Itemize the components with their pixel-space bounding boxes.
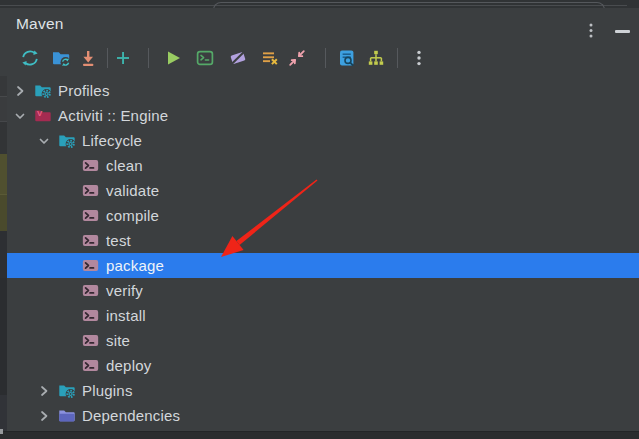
tree-item-validate[interactable]: validate [0, 178, 639, 203]
maven-goal-icon [82, 207, 99, 224]
more-options-button[interactable] [409, 48, 429, 68]
download-icon [78, 48, 98, 68]
generate-sources-button[interactable] [51, 48, 71, 68]
left-edge-stripe [0, 194, 7, 231]
download-sources-button[interactable] [78, 48, 98, 68]
more-kebab-icon [409, 48, 429, 68]
skip-tests-toggle[interactable] [228, 48, 248, 68]
tree-item-label: Plugins [82, 382, 133, 399]
filter-x-button[interactable] [260, 48, 280, 68]
maven-goal-icon [82, 157, 99, 174]
tree-item-label: Profiles [58, 82, 110, 99]
folder-gear-icon [34, 82, 51, 99]
tool-window-titlebar: Maven [0, 8, 639, 40]
tree-item-label: package [106, 257, 164, 274]
left-edge-stripe [0, 395, 7, 431]
tree-item-install[interactable]: install [0, 303, 639, 328]
tree-item-deploy[interactable]: deploy [0, 353, 639, 378]
ide-top-edge [0, 0, 639, 8]
refresh-icon [20, 48, 40, 68]
search-goal-button[interactable] [337, 48, 357, 68]
list-cross-icon [260, 48, 280, 68]
maven-goal-icon [82, 282, 99, 299]
folder-sync-icon [51, 48, 71, 68]
chevron-down-icon[interactable] [36, 133, 52, 149]
toolbar-separator [397, 48, 398, 68]
tree-item-label: clean [106, 157, 143, 174]
tree-item-clean[interactable]: clean [0, 153, 639, 178]
hide-tool-window-button[interactable] [613, 24, 633, 36]
tree-item-label: compile [106, 207, 159, 224]
collapse-all-button[interactable] [287, 48, 307, 68]
plus-icon [113, 48, 133, 68]
tree-item-dependencies[interactable]: Dependencies [0, 403, 639, 428]
tree-item-profiles[interactable]: Profiles [0, 78, 639, 103]
execute-goal-button[interactable] [195, 48, 215, 68]
toolbar-separator [325, 48, 326, 68]
maven-goal-icon [82, 307, 99, 324]
maven-project-tree: Profiles V Activiti :: Engine [0, 78, 639, 428]
tree-item-label: Activiti :: Engine [58, 107, 168, 124]
maven-goal-icon [82, 357, 99, 374]
tree-item-package[interactable]: package [0, 253, 639, 278]
tree-item-label: validate [106, 182, 159, 199]
bottom-edge [0, 431, 639, 439]
play-icon [163, 48, 183, 68]
maven-goal-icon [82, 182, 99, 199]
more-kebab-icon [583, 21, 599, 40]
tree-item-label: verify [106, 282, 143, 299]
reload-projects-button[interactable] [20, 48, 40, 68]
collapse-arrows-icon [287, 48, 307, 68]
tree-item-site[interactable]: site [0, 328, 639, 353]
left-edge-stripe [0, 96, 7, 121]
toolbar-separator [107, 48, 108, 68]
titlebar-options-button[interactable] [583, 21, 599, 40]
chevron-right-icon[interactable] [36, 408, 52, 424]
show-dependencies-button[interactable] [366, 48, 386, 68]
tree-item-plugins[interactable]: Plugins [0, 378, 639, 403]
tree-item-compile[interactable]: compile [0, 203, 639, 228]
tree-item-activiti-engine[interactable]: V Activiti :: Engine [0, 103, 639, 128]
chevron-right-icon[interactable] [36, 383, 52, 399]
add-maven-project-button[interactable] [113, 48, 133, 68]
left-edge-stripe [0, 121, 7, 154]
minimize-bar-icon [615, 30, 630, 33]
maven-goal-icon [82, 232, 99, 249]
search-document-icon [337, 48, 357, 68]
tree-item-lifecycle[interactable]: Lifecycle [0, 128, 639, 153]
tree-item-test[interactable]: test [0, 228, 639, 253]
toolbar-separator [148, 48, 149, 68]
tree-item-label: site [106, 332, 130, 349]
maven-toolbar [0, 40, 639, 76]
maven-goal-icon [82, 257, 99, 274]
maven-goal-icon [82, 332, 99, 349]
left-edge-stripe [0, 154, 7, 194]
folder-blue-icon [58, 407, 75, 424]
tree-item-verify[interactable]: verify [0, 278, 639, 303]
tree-item-label: Lifecycle [82, 132, 142, 149]
folder-gear-icon [58, 132, 75, 149]
bottom-left-notch [0, 429, 3, 434]
tool-window-title: Maven [16, 15, 64, 33]
maven-tool-window: Maven [0, 0, 639, 439]
left-edge-stripe [0, 76, 7, 96]
left-edge-stripe [0, 231, 7, 278]
tree-item-label: install [106, 307, 146, 324]
tree-item-label: test [106, 232, 131, 249]
hierarchy-icon [366, 48, 386, 68]
tree-item-label: Dependencies [82, 407, 180, 424]
folder-gear-icon [58, 382, 75, 399]
chevron-right-icon[interactable] [12, 83, 28, 99]
slashed-flag-icon [228, 48, 248, 68]
svg-text:V: V [37, 109, 43, 118]
terminal-icon [195, 48, 215, 68]
left-edge-stripe [0, 278, 7, 395]
chevron-down-icon[interactable] [12, 108, 28, 124]
run-build-button[interactable] [163, 48, 183, 68]
tree-item-label: deploy [106, 357, 151, 374]
maven-module-icon: V [34, 107, 51, 124]
